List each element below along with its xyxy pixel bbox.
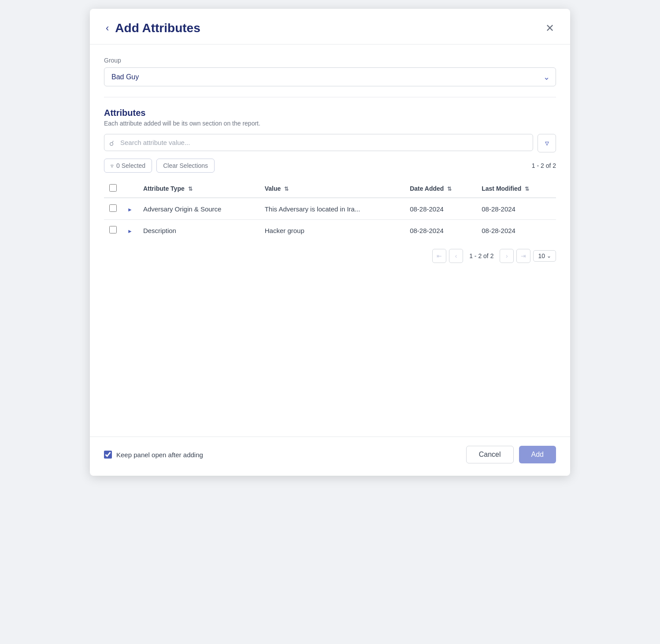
first-page-button[interactable]: ⇤ xyxy=(432,249,446,263)
modal-header: ‹ Add Attributes ✕ xyxy=(90,9,570,44)
add-button[interactable]: Add xyxy=(519,446,556,463)
row-expand-cell: ► xyxy=(122,198,138,220)
header-checkbox-col xyxy=(104,180,122,198)
next-page-button[interactable]: › xyxy=(500,249,514,263)
attributes-table: Attribute Type ⇅ Value ⇅ Date Added ⇅ xyxy=(104,180,556,241)
row-expand-cell: ► xyxy=(122,220,138,241)
search-row: ☌ ▿ xyxy=(104,134,556,152)
table-row: ► Adversary Origin & Source This Adversa… xyxy=(104,198,556,220)
row-last-modified: 08-28-2024 xyxy=(476,198,556,220)
row-attribute-type: Adversary Origin & Source xyxy=(138,198,260,220)
sort-icon-value[interactable]: ⇅ xyxy=(284,186,289,192)
row-date-added: 08-28-2024 xyxy=(404,220,476,241)
filter-small-icon: ▿ xyxy=(111,163,114,169)
pagination-summary: 1 - 2 of 2 xyxy=(532,162,556,169)
attributes-title: Attributes xyxy=(104,108,556,118)
filter-icon: ▿ xyxy=(545,138,549,148)
add-attributes-modal: ‹ Add Attributes ✕ Group Bad Guy ⌄ Attri… xyxy=(90,9,570,476)
per-page-value: 10 xyxy=(538,252,545,259)
group-select[interactable]: Bad Guy xyxy=(104,67,556,86)
attributes-section: Attributes Each attribute added will be … xyxy=(104,108,556,263)
row-checkbox[interactable] xyxy=(109,226,117,233)
header-attribute-type: Attribute Type ⇅ xyxy=(138,180,260,198)
expand-arrow-icon[interactable]: ► xyxy=(127,228,133,234)
keep-open-label: Keep panel open after adding xyxy=(116,451,203,459)
sort-icon-attribute-type[interactable]: ⇅ xyxy=(188,186,193,192)
row-checkbox-cell xyxy=(104,220,122,241)
attributes-subtitle: Each attribute added will be its own sec… xyxy=(104,120,556,127)
search-input-wrapper: ☌ xyxy=(104,134,533,152)
sort-icon-date-added[interactable]: ⇅ xyxy=(447,186,452,192)
filter-button[interactable]: ▿ xyxy=(538,134,556,152)
clear-selections-button[interactable]: Clear Selections xyxy=(156,159,215,173)
search-icon: ☌ xyxy=(109,139,114,148)
pagination-row: ⇤ ‹ 1 - 2 of 2 › ⇥ 10 ⌄ xyxy=(104,249,556,263)
group-field: Group Bad Guy ⌄ xyxy=(104,57,556,86)
toolbar-left: ▿ 0 Selected Clear Selections xyxy=(104,159,215,173)
close-button[interactable]: ✕ xyxy=(544,21,556,35)
keep-open-group: Keep panel open after adding xyxy=(104,451,203,459)
row-value: Hacker group xyxy=(260,220,404,241)
keep-open-checkbox[interactable] xyxy=(104,451,112,459)
toolbar-row: ▿ 0 Selected Clear Selections 1 - 2 of 2 xyxy=(104,159,556,173)
title-group: ‹ Add Attributes xyxy=(104,21,200,35)
group-select-wrapper: Bad Guy ⌄ xyxy=(104,67,556,86)
row-date-added: 08-28-2024 xyxy=(404,198,476,220)
table-row: ► Description Hacker group 08-28-2024 08… xyxy=(104,220,556,241)
expand-arrow-icon[interactable]: ► xyxy=(127,207,133,213)
header-value: Value ⇅ xyxy=(260,180,404,198)
row-attribute-type: Description xyxy=(138,220,260,241)
search-input[interactable] xyxy=(104,134,533,151)
cancel-button[interactable]: Cancel xyxy=(466,446,514,463)
row-value: This Adversary is located in Ira... xyxy=(260,198,404,220)
modal-title: Add Attributes xyxy=(115,21,200,35)
per-page-chevron-icon: ⌄ xyxy=(547,253,551,259)
sort-icon-last-modified[interactable]: ⇅ xyxy=(525,186,529,192)
modal-body: Group Bad Guy ⌄ Attributes Each attribut… xyxy=(90,44,570,437)
last-page-button[interactable]: ⇥ xyxy=(516,249,530,263)
header-date-added: Date Added ⇅ xyxy=(404,180,476,198)
select-all-checkbox[interactable] xyxy=(109,184,117,192)
section-divider xyxy=(104,97,556,97)
selected-label: 0 Selected xyxy=(116,162,145,169)
header-expand-col xyxy=(122,180,138,198)
table-header-row: Attribute Type ⇅ Value ⇅ Date Added ⇅ xyxy=(104,180,556,198)
row-checkbox[interactable] xyxy=(109,204,117,212)
footer-buttons: Cancel Add xyxy=(466,446,556,463)
per-page-selector[interactable]: 10 ⌄ xyxy=(533,250,556,262)
page-info: 1 - 2 of 2 xyxy=(466,252,497,259)
group-label: Group xyxy=(104,57,556,64)
row-checkbox-cell xyxy=(104,198,122,220)
row-last-modified: 08-28-2024 xyxy=(476,220,556,241)
prev-page-button[interactable]: ‹ xyxy=(449,249,463,263)
header-last-modified: Last Modified ⇅ xyxy=(476,180,556,198)
modal-footer: Keep panel open after adding Cancel Add xyxy=(90,437,570,476)
back-button[interactable]: ‹ xyxy=(104,22,111,34)
selected-button[interactable]: ▿ 0 Selected xyxy=(104,159,152,173)
